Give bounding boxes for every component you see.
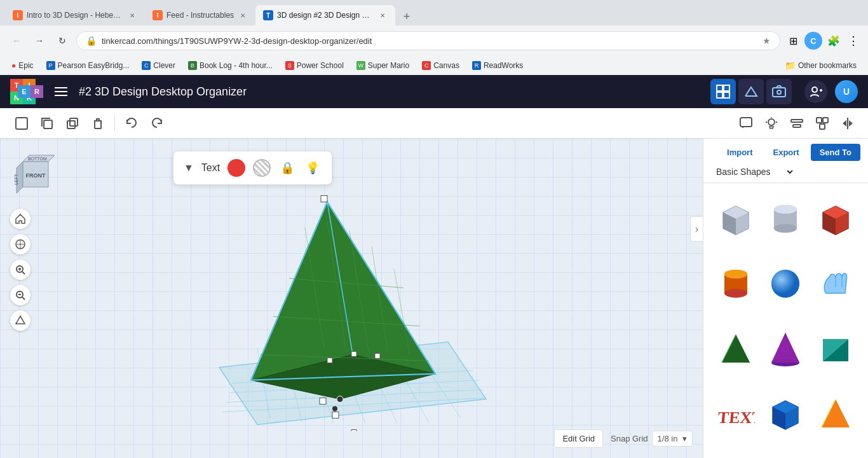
duplicate-button[interactable] <box>61 112 84 135</box>
camera-icon[interactable] <box>766 79 792 104</box>
svg-text:BOTTOM: BOTTOM <box>28 156 47 161</box>
shapes-dropdown[interactable]: Basic Shapes Featured Shapes Connectors … <box>714 166 795 177</box>
3d-pyramid-svg <box>156 164 512 431</box>
solid-color-button[interactable] <box>227 159 245 177</box>
svg-marker-118 <box>822 399 850 427</box>
snap-value-display[interactable]: 1/8 in ▾ <box>652 431 693 447</box>
export-button[interactable]: Export <box>764 144 808 161</box>
bookmark-readworks[interactable]: R ReadWorks <box>468 60 527 71</box>
wireframe-view-icon[interactable] <box>738 79 764 104</box>
back-button[interactable]: ← <box>8 32 25 50</box>
tab-3d-design[interactable]: T 3D design #2 3D Design Desktop... ✕ <box>255 5 395 25</box>
tab-favicon-2: I <box>153 10 163 20</box>
redo-button[interactable] <box>146 112 168 135</box>
select-mode-button[interactable] <box>10 234 31 254</box>
zoom-out-button[interactable] <box>10 285 31 305</box>
shape-sphere[interactable] <box>763 258 808 309</box>
tab-intro-3d[interactable]: I Intro to 3D Design - Hebert - 7(A ✕ <box>5 5 145 25</box>
svg-rect-17 <box>740 118 752 127</box>
svg-rect-1 <box>55 91 67 92</box>
visibility-icon[interactable]: 💡 <box>304 159 322 177</box>
bookmark-supermario[interactable]: W Super Mario <box>353 60 413 71</box>
3d-viewport[interactable]: FRONT LEFT BOTTOM <box>0 139 703 458</box>
tab-close-1[interactable]: ✕ <box>127 10 137 20</box>
shape-text-red[interactable]: TEXT <box>714 388 758 439</box>
snap-dropdown-icon[interactable]: ▾ <box>682 434 687 443</box>
zoom-in-button[interactable] <box>10 260 31 280</box>
tab-favicon-3: T <box>263 10 273 20</box>
lock-icon[interactable]: 🔒 <box>278 159 296 177</box>
svg-rect-4 <box>724 85 729 91</box>
hamburger-menu-icon[interactable] <box>51 81 71 102</box>
url-bar[interactable]: 🔒 tinkercad.com/things/1T90SUWP9YW-2-3d-… <box>76 31 780 50</box>
toolbar-separator-1 <box>114 116 115 131</box>
svg-marker-61 <box>251 202 435 380</box>
shape-box[interactable] <box>714 193 758 244</box>
bookmark-other[interactable]: 📁 Other bookmarks <box>781 59 860 72</box>
tab-bar: I Intro to 3D Design - Hebert - 7(A ✕ I … <box>0 0 868 25</box>
shape-cylinder[interactable] <box>763 193 808 244</box>
svg-rect-13 <box>44 120 52 128</box>
snap-grid-label: Snap Grid <box>611 434 648 443</box>
refresh-button[interactable]: ↻ <box>53 32 71 50</box>
undo-button[interactable] <box>120 112 143 135</box>
3d-shape-container[interactable] <box>156 164 512 433</box>
delete-button[interactable] <box>86 112 109 135</box>
address-bar: ← → ↻ 🔒 tinkercad.com/things/1T90SUWP9YW… <box>0 25 868 56</box>
grid-view-icon[interactable] <box>710 79 736 104</box>
viewport-controls <box>10 209 31 331</box>
bookmark-epic[interactable]: ● Epic <box>8 60 37 71</box>
bookmark-booklog[interactable]: B Book Log - 4th hour... <box>184 60 276 71</box>
bookmark-canvas-label: Canvas <box>433 61 459 70</box>
edit-grid-button[interactable]: Edit Grid <box>554 429 603 448</box>
bookmark-powerschool[interactable]: S Power School <box>281 60 348 71</box>
bookmark-other-label: Other bookmarks <box>798 61 857 70</box>
mirror-icon[interactable] <box>837 113 858 134</box>
bookmark-canvas[interactable]: C Canvas <box>418 60 463 71</box>
bookmark-clever-label: Clever <box>153 61 175 70</box>
view-cube[interactable]: FRONT LEFT BOTTOM <box>10 149 61 200</box>
align-icon[interactable] <box>787 113 807 134</box>
shape-box-blue[interactable] <box>763 388 808 439</box>
tab-close-2[interactable]: ✕ <box>238 10 248 20</box>
menu-dots-icon[interactable]: ⋮ <box>845 33 860 48</box>
tab-favicon-1: I <box>13 10 23 20</box>
bookmark-readworks-label: ReadWorks <box>484 61 523 70</box>
shape-red-box[interactable] <box>813 193 858 244</box>
import-button[interactable]: Import <box>718 144 761 161</box>
profile-icon[interactable]: C <box>804 32 822 50</box>
extensions-icon[interactable]: ⊞ <box>785 33 801 48</box>
bookmark-booklog-label: Book Log - 4th hour... <box>200 61 273 70</box>
shape-wedge-teal[interactable] <box>813 323 858 374</box>
send-to-button[interactable]: Send To <box>811 144 860 161</box>
shape-pyramid-yellow[interactable] <box>813 388 858 439</box>
group-icon[interactable] <box>812 113 832 134</box>
comment-icon[interactable] <box>736 113 756 134</box>
extensions-puzzle-icon[interactable]: 🧩 <box>826 33 841 48</box>
add-user-button[interactable] <box>804 80 827 103</box>
panel-dropdown-toggle[interactable]: ▼ <box>184 162 194 174</box>
shape-hand[interactable] <box>813 258 858 309</box>
forward-button[interactable]: → <box>31 32 48 50</box>
new-tab-button[interactable]: + <box>398 8 416 25</box>
home-view-button[interactable] <box>10 209 31 229</box>
tab-title-2: Feed - Instructables <box>166 11 234 20</box>
hole-color-button[interactable] <box>253 159 271 177</box>
shape-cylinder-orange[interactable] <box>714 258 758 309</box>
light-bulb-icon[interactable] <box>761 113 782 134</box>
browser-chrome: I Intro to 3D Design - Hebert - 7(A ✕ I … <box>0 0 868 75</box>
panel-toggle-button[interactable]: › <box>690 216 703 242</box>
shape-cone-purple[interactable] <box>763 323 808 374</box>
reset-view-button[interactable] <box>10 310 31 331</box>
bookmark-clever[interactable]: C Clever <box>138 60 179 71</box>
user-avatar[interactable]: U <box>835 80 858 103</box>
bookmark-pearson[interactable]: P Pearson EasyBridg... <box>43 60 133 71</box>
tab-close-3[interactable]: ✕ <box>377 10 388 20</box>
shape-pyramid-green[interactable] <box>714 323 758 374</box>
bookmark-supermario-label: Super Mario <box>368 61 409 70</box>
new-shape-button[interactable] <box>10 112 33 135</box>
edit-toolbar <box>0 108 868 139</box>
copy-button[interactable] <box>36 112 58 135</box>
tab-feed[interactable]: I Feed - Instructables ✕ <box>145 5 255 25</box>
svg-text:TEXT: TEXT <box>717 408 755 427</box>
